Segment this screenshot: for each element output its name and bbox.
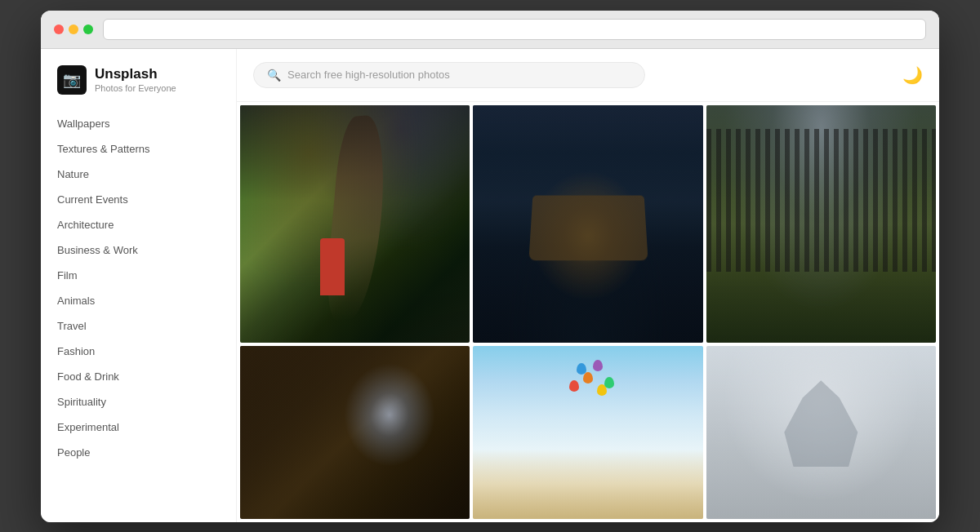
balloon-red bbox=[569, 380, 579, 392]
brand-area: 📷 Unsplash Photos for Everyone bbox=[41, 65, 236, 111]
search-placeholder: Search free high-resolution photos bbox=[287, 69, 450, 81]
photo-image-2 bbox=[473, 105, 702, 344]
photo-card-6[interactable] bbox=[706, 346, 936, 519]
brand-text: Unsplash Photos for Everyone bbox=[95, 66, 176, 92]
browser-window: 📷 Unsplash Photos for Everyone Wallpaper… bbox=[41, 11, 939, 522]
sidebar: 📷 Unsplash Photos for Everyone Wallpaper… bbox=[41, 49, 237, 522]
photo-image-1 bbox=[240, 105, 470, 344]
sidebar-item-current-events[interactable]: Current Events bbox=[41, 187, 236, 212]
balloon-blue bbox=[577, 363, 586, 375]
photo-image-6 bbox=[706, 346, 936, 519]
brand-name: Unsplash bbox=[95, 66, 176, 82]
sidebar-item-film[interactable]: Film bbox=[41, 263, 236, 288]
maximize-button[interactable] bbox=[83, 24, 93, 34]
nav-list: WallpapersTextures & PatternsNatureCurre… bbox=[41, 111, 236, 465]
brand-tagline: Photos for Everyone bbox=[95, 83, 176, 93]
photo-image-5 bbox=[473, 346, 702, 519]
traffic-lights bbox=[54, 24, 93, 34]
brand-logo: 📷 bbox=[57, 65, 87, 95]
sidebar-item-fashion[interactable]: Fashion bbox=[41, 339, 236, 364]
sidebar-item-nature[interactable]: Nature bbox=[41, 162, 236, 187]
top-bar: 🔍 Search free high-resolution photos 🌙 bbox=[237, 49, 939, 102]
sidebar-item-travel[interactable]: Travel bbox=[41, 313, 236, 339]
balloon-purple bbox=[593, 360, 603, 371]
photo-card-2[interactable] bbox=[473, 105, 702, 344]
sidebar-item-business-work[interactable]: Business & Work bbox=[41, 237, 236, 263]
balloon-orange bbox=[583, 372, 593, 383]
balloon-green bbox=[604, 377, 614, 388]
dark-mode-button[interactable]: 🌙 bbox=[902, 65, 923, 85]
photo-card-1[interactable] bbox=[240, 105, 470, 344]
sidebar-item-textures-patterns[interactable]: Textures & Patterns bbox=[41, 136, 236, 162]
photo-card-4[interactable] bbox=[240, 346, 470, 519]
photo-3-crowd bbox=[706, 129, 936, 272]
search-bar[interactable]: 🔍 Search free high-resolution photos bbox=[253, 62, 645, 88]
photo-image-4 bbox=[240, 346, 470, 519]
sidebar-item-experimental[interactable]: Experimental bbox=[41, 415, 236, 440]
browser-chrome bbox=[41, 11, 939, 49]
minimize-button[interactable] bbox=[69, 24, 78, 34]
app-container: 📷 Unsplash Photos for Everyone Wallpaper… bbox=[41, 49, 939, 522]
sidebar-item-spirituality[interactable]: Spirituality bbox=[41, 389, 236, 415]
photo-image-3 bbox=[706, 105, 936, 344]
search-icon: 🔍 bbox=[267, 69, 281, 82]
photo-grid bbox=[237, 102, 939, 522]
sidebar-item-wallpapers[interactable]: Wallpapers bbox=[41, 111, 236, 136]
sidebar-item-food-drink[interactable]: Food & Drink bbox=[41, 364, 236, 389]
photo-1-figure bbox=[320, 238, 345, 295]
sidebar-item-people[interactable]: People bbox=[41, 440, 236, 465]
main-content: 🔍 Search free high-resolution photos 🌙 bbox=[237, 49, 939, 522]
photo-card-3[interactable] bbox=[706, 105, 936, 344]
photo-card-5[interactable] bbox=[473, 346, 702, 519]
sidebar-item-architecture[interactable]: Architecture bbox=[41, 212, 236, 237]
address-bar[interactable] bbox=[103, 19, 926, 40]
sidebar-item-animals[interactable]: Animals bbox=[41, 288, 236, 313]
close-button[interactable] bbox=[54, 24, 64, 34]
